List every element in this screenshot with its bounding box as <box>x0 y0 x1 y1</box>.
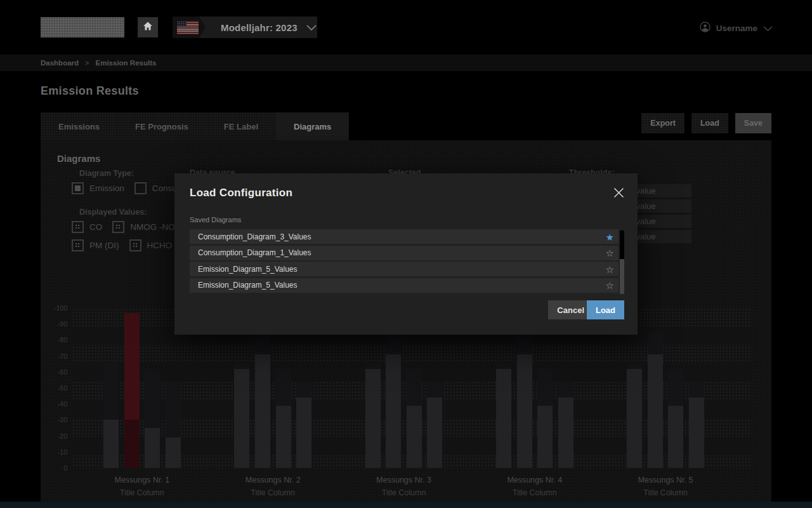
top-bar: Modelljahr: 2023 Username <box>0 0 812 55</box>
brand-logo <box>41 17 124 37</box>
username-label: Username <box>716 23 757 33</box>
saved-diagram-row[interactable]: Consumption_Diagram_1_Values☆ <box>190 246 619 260</box>
saved-diagram-name: Emission_Diagram_5_Values <box>190 281 298 290</box>
checkbox-box <box>72 239 84 251</box>
tab-emissions[interactable]: Emissions <box>41 112 117 140</box>
y-axis-tick: -60 <box>44 368 67 376</box>
checkbox-box <box>112 221 124 233</box>
us-flag-icon <box>177 21 199 34</box>
bar-lower-segment <box>648 354 663 468</box>
close-icon <box>613 187 624 201</box>
bar-upper-segment <box>145 369 160 428</box>
saved-diagram-row[interactable]: Emission_Diagram_5_Values☆ <box>190 278 619 293</box>
bar-upper-segment <box>537 369 553 406</box>
bar-lower-segment <box>124 420 140 468</box>
breadcrumb-chevron-icon: > <box>85 59 89 67</box>
y-axis-tick: -70 <box>44 352 67 360</box>
bar-upper-segment <box>689 382 704 398</box>
dialog-title: Load Configuration <box>190 187 292 199</box>
star-outline-icon[interactable]: ☆ <box>606 264 614 274</box>
bar-lower-segment <box>668 406 683 468</box>
bar-lower-segment <box>627 369 642 468</box>
checkbox-label: HCHO <box>147 241 173 250</box>
chevron-down-icon <box>763 22 773 34</box>
checkbox-emission[interactable]: Emission <box>72 182 124 194</box>
checkbox-label: Emission <box>89 184 124 193</box>
checkbox-box <box>134 182 147 194</box>
bar-upper-segment <box>558 382 573 398</box>
bar-lower-segment <box>558 398 573 468</box>
model-year-selector[interactable]: Modelljahr: 2023 <box>173 17 317 38</box>
tab-bar: EmissionsFE PrognosisFE LabelDiagrams <box>41 112 349 140</box>
bar-upper-segment <box>496 361 511 369</box>
close-button[interactable] <box>612 187 625 200</box>
y-axis-tick: -40 <box>44 400 67 408</box>
tab-fe-prognosis[interactable]: FE Prognosis <box>117 112 206 140</box>
saved-diagrams-label: Saved Diagrams <box>190 216 241 224</box>
list-scrollbar[interactable] <box>620 231 624 294</box>
displayed-values-label: Displayed Values: <box>79 208 147 217</box>
star-outline-icon[interactable]: ☆ <box>606 248 614 258</box>
star-outline-icon[interactable]: ☆ <box>606 281 614 290</box>
checkbox-label: PM (DI) <box>89 241 119 250</box>
scrollbar-thumb[interactable] <box>620 259 624 294</box>
checkbox-co[interactable]: CO <box>72 221 102 233</box>
bar-lower-segment <box>407 406 422 468</box>
measurement-group-sublabel: Title Column <box>216 488 330 497</box>
model-year-label: Modelljahr: 2023 <box>221 22 298 33</box>
bar-lower-segment <box>386 354 401 468</box>
bar-upper-segment <box>386 332 401 354</box>
checkbox-box <box>129 239 141 251</box>
measurement-group-sublabel: Title Column <box>478 488 592 497</box>
breadcrumb: Dashboard > Emission Results <box>0 55 812 71</box>
chevron-down-icon <box>306 22 317 33</box>
measurement-group-label: Messungs Nr. 4 <box>478 476 592 485</box>
displayed-values-row-2: PM (DI)HCHO <box>72 239 182 251</box>
measurement-group-label: Messungs Nr. 5 <box>608 476 723 485</box>
bar-lower-segment <box>166 438 181 468</box>
bottom-accent-strip <box>0 502 812 508</box>
load-button[interactable]: Load <box>691 113 728 133</box>
saved-diagrams-list: Consumption_Diagram_3_Values★Consumption… <box>190 229 619 294</box>
measurement-group-sublabel: Title Column <box>347 488 461 497</box>
export-button[interactable]: Export <box>641 113 684 133</box>
checkbox-label: NMOG -NOx <box>130 222 179 232</box>
checkbox-box <box>72 221 84 233</box>
y-axis-tick: -50 <box>44 384 67 392</box>
user-menu[interactable]: Username <box>700 21 773 35</box>
bar-upper-segment <box>627 361 642 369</box>
bar-upper-segment <box>427 382 442 398</box>
load-configuration-dialog: Load Configuration Saved Diagrams Consum… <box>174 173 638 335</box>
bar-upper-segment <box>668 369 683 406</box>
bar-lower-segment <box>427 398 442 468</box>
bar-upper-segment <box>234 361 249 369</box>
save-button[interactable]: Save <box>735 113 771 133</box>
bar-lower-segment <box>296 398 311 468</box>
checkbox-box <box>72 182 84 194</box>
breadcrumb-item-dashboard[interactable]: Dashboard <box>41 59 79 67</box>
y-axis-tick: -10 <box>44 448 67 456</box>
saved-diagram-name: Emission_Diagram_5_Values <box>190 265 298 274</box>
checkbox-nmog-nox[interactable]: NMOG -NOx <box>112 221 179 233</box>
action-buttons: Export Load Save <box>641 113 771 133</box>
bar-lower-segment <box>103 420 119 468</box>
bar-lower-segment <box>517 354 532 468</box>
home-button[interactable] <box>138 17 158 37</box>
checkbox-label: CO <box>89 222 102 232</box>
y-axis-tick: -100 <box>44 304 67 312</box>
saved-diagram-row[interactable]: Emission_Diagram_5_Values☆ <box>190 262 619 276</box>
dialog-load-button[interactable]: Load <box>587 300 624 319</box>
tab-fe-label[interactable]: FE Label <box>206 112 276 140</box>
displayed-values-row-1: CONMOG -NOx <box>72 221 190 233</box>
flag-segment <box>173 17 206 38</box>
y-axis-tick: -90 <box>44 320 67 328</box>
checkbox-pm-di[interactable]: PM (DI) <box>72 239 119 251</box>
saved-diagram-row[interactable]: Consumption_Diagram_3_Values★ <box>190 229 619 244</box>
checkbox-hcho[interactable]: HCHO <box>129 239 173 251</box>
bar-upper-segment <box>517 332 532 354</box>
breadcrumb-item-emission-results: Emission Results <box>96 59 157 67</box>
bar-upper-segment <box>255 332 270 354</box>
tab-diagrams[interactable]: Diagrams <box>276 112 349 140</box>
measurement-group-label: Messungs Nr. 3 <box>347 476 461 485</box>
star-filled-icon[interactable]: ★ <box>606 232 614 241</box>
